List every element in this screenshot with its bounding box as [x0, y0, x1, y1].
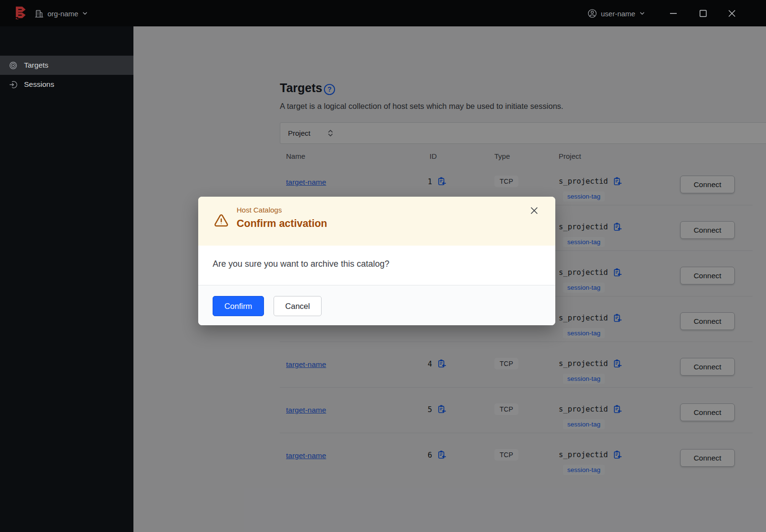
window-maximize-button[interactable] — [698, 8, 708, 19]
confirm-dialog: Host Catalogs Confirm activation Are you… — [198, 197, 555, 325]
dialog-header: Host Catalogs Confirm activation — [198, 197, 555, 246]
window-minimize-button[interactable] — [668, 8, 679, 19]
sidebar-item-label: Targets — [24, 61, 48, 70]
dialog-tagline: Host Catalogs — [237, 206, 282, 214]
org-name-label: org-name — [48, 10, 78, 18]
sidebar-item-targets[interactable]: Targets — [0, 56, 133, 75]
close-icon[interactable] — [529, 205, 541, 216]
user-menu[interactable]: user-name — [587, 6, 645, 21]
dialog-title: Confirm activation — [237, 218, 327, 230]
cancel-button[interactable]: Cancel — [274, 296, 322, 316]
chevron-down-icon — [82, 11, 88, 16]
user-name-label: user-name — [601, 10, 635, 18]
sidebar-item-label: Sessions — [24, 80, 54, 89]
dialog-footer: Confirm Cancel — [198, 285, 555, 325]
alert-triangle-icon — [214, 213, 229, 228]
app-window: org-name user-name — [0, 0, 766, 532]
chevron-down-icon — [639, 11, 645, 16]
dialog-body: Are you sure you want to archive this ca… — [198, 246, 555, 285]
boundary-logo — [13, 5, 29, 21]
sidebar-item-sessions[interactable]: Sessions — [0, 75, 133, 94]
org-building-icon — [35, 9, 44, 18]
window-close-button[interactable] — [727, 8, 737, 19]
log-in-icon — [9, 81, 17, 89]
user-avatar-icon — [587, 9, 597, 18]
target-icon — [9, 61, 17, 70]
confirm-button[interactable]: Confirm — [213, 296, 264, 316]
titlebar: org-name user-name — [0, 0, 766, 26]
org-switcher[interactable]: org-name — [35, 6, 88, 21]
dialog-question: Are you sure you want to archive this ca… — [213, 259, 389, 269]
sidebar: Targets Sessions — [0, 26, 133, 532]
